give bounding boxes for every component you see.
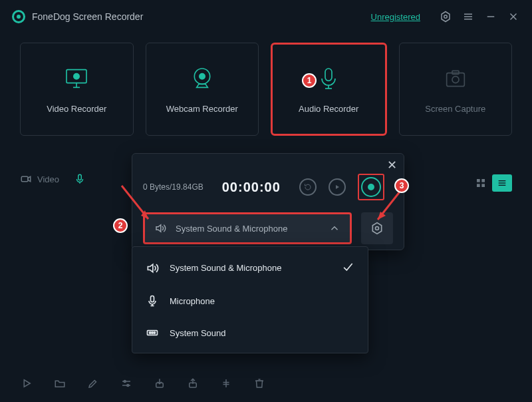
mode-audio-label: Audio Recorder (299, 104, 358, 114)
import-icon[interactable] (153, 377, 166, 390)
settings-hex-icon[interactable] (439, 10, 452, 23)
svg-rect-21 (78, 174, 82, 180)
panel-select-row: System Sound & Microphone (143, 212, 393, 244)
svg-rect-20 (21, 176, 28, 182)
play-icon[interactable] (20, 377, 33, 390)
dropdown-option-label: Microphone (170, 296, 354, 306)
close-icon[interactable] (507, 10, 520, 23)
app-logo-icon (12, 10, 25, 23)
annotation-badge-3: 3 (394, 178, 409, 193)
app-title: FoneDog Screen Recorder (32, 11, 143, 22)
undo-button[interactable] (299, 178, 317, 196)
audio-source-dropdown: System Sound & Microphone Microphone Sys… (132, 246, 368, 353)
dropdown-option-label: System Sound (170, 328, 354, 338)
svg-rect-33 (151, 296, 154, 302)
check-icon (341, 260, 354, 276)
play-button[interactable] (329, 178, 346, 196)
mode-video-recorder[interactable]: Video Recorder (20, 43, 134, 136)
bottom-toolbar (20, 377, 266, 390)
sub-video-tab[interactable]: Video (20, 173, 59, 185)
dropdown-option-system-sound[interactable]: System Sound (132, 317, 368, 349)
mode-row: Video Recorder Webcam Recorder Audio Rec… (0, 33, 532, 136)
svg-marker-55 (378, 212, 386, 220)
camera-icon (442, 65, 469, 92)
menu-icon[interactable] (462, 10, 475, 23)
trash-icon[interactable] (253, 377, 266, 390)
svg-point-9 (74, 73, 79, 79)
timer-readout: 00:00:00 (222, 180, 281, 195)
sliders-icon[interactable] (120, 377, 133, 390)
edit-icon[interactable] (86, 377, 100, 390)
monitor-icon (63, 65, 90, 92)
annotation-badge-1: 1 (302, 73, 317, 88)
sub-video-label: Video (37, 174, 59, 184)
panel-top-row: 0 Bytes/19.84GB 00:00:00 (143, 174, 393, 200)
view-toggle (471, 174, 512, 192)
titlebar: FoneDog Screen Recorder Unregistered (0, 0, 532, 33)
svg-point-18 (452, 76, 459, 83)
mode-webcam-recorder[interactable]: Webcam Recorder (146, 43, 259, 136)
svg-rect-17 (446, 73, 464, 86)
export-icon[interactable] (186, 377, 200, 390)
mode-screen-capture[interactable]: Screen Capture (399, 43, 513, 136)
split-icon[interactable] (219, 377, 233, 390)
audio-recorder-panel: ✕ 0 Bytes/19.84GB 00:00:00 System Sound … (132, 153, 404, 250)
annotation-badge-2: 2 (113, 218, 128, 233)
mode-video-label: Video Recorder (47, 104, 106, 114)
svg-marker-40 (24, 380, 30, 387)
svg-rect-24 (481, 179, 485, 182)
minimize-icon[interactable] (484, 10, 497, 23)
system-sound-icon (146, 326, 159, 339)
dropdown-option-label: System Sound & Microphone (170, 263, 331, 273)
dropdown-option-microphone[interactable]: Microphone (132, 285, 368, 317)
sub-toolbar: Video (20, 173, 86, 185)
svg-point-38 (152, 332, 154, 334)
mode-capture-label: Screen Capture (425, 104, 485, 114)
microphone-icon (146, 294, 159, 307)
mode-audio-recorder[interactable]: Audio Recorder (271, 43, 387, 136)
sub-audio-tab[interactable] (74, 173, 86, 185)
unregistered-link[interactable]: Unregistered (371, 12, 420, 22)
speaker-icon (146, 262, 159, 275)
svg-point-39 (154, 332, 156, 334)
svg-rect-14 (325, 69, 332, 81)
grid-view-button[interactable] (471, 174, 491, 192)
svg-marker-30 (336, 185, 339, 189)
webcam-icon (189, 65, 215, 92)
svg-point-1 (444, 15, 448, 19)
annotation-arrow-3 (372, 188, 406, 228)
dropdown-option-system-and-mic[interactable]: System Sound & Microphone (132, 251, 368, 285)
audio-source-selected-label: System Sound & Microphone (176, 224, 319, 234)
svg-rect-25 (477, 184, 480, 187)
svg-rect-26 (481, 184, 485, 187)
folder-icon[interactable] (53, 377, 66, 390)
audio-source-select[interactable]: System Sound & Microphone (143, 212, 352, 244)
list-view-button[interactable] (492, 174, 512, 192)
svg-point-13 (200, 73, 205, 79)
panel-close-icon[interactable]: ✕ (387, 158, 397, 172)
chevron-up-icon (329, 222, 340, 234)
svg-rect-23 (477, 179, 480, 182)
svg-point-37 (149, 332, 151, 334)
microphone-icon (315, 65, 342, 92)
svg-marker-0 (442, 12, 450, 22)
mode-webcam-label: Webcam Recorder (166, 104, 238, 114)
